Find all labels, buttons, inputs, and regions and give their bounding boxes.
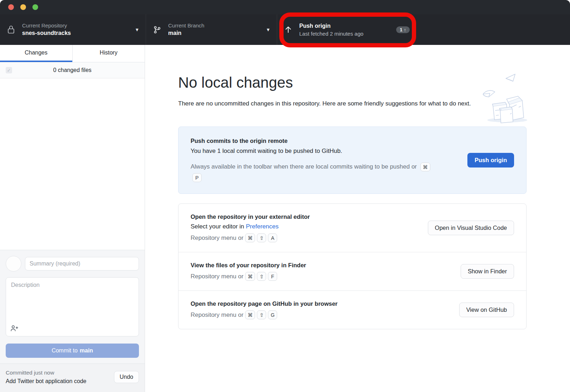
last-fetched-text: Last fetched 2 minutes ago	[299, 30, 396, 37]
undo-commit-bar: Committed just now Add Twitter bot appli…	[0, 363, 145, 392]
push-origin-toolbar-button[interactable]: Push origin Last fetched 2 minutes ago 1…	[277, 14, 416, 45]
keycap-cmd: ⌘	[245, 272, 255, 281]
add-coauthor-icon[interactable]	[10, 325, 18, 333]
suggestion-title: Open the repository in your external edi…	[191, 213, 310, 220]
keycap-p: P	[192, 173, 202, 182]
window-controls	[8, 4, 38, 10]
open-in-vscode-button[interactable]: Open in Visual Studio Code	[428, 221, 514, 235]
tab-changes[interactable]: Changes	[0, 45, 72, 62]
commit-branch-name: main	[80, 347, 93, 354]
commit-status-text: Committed just now	[6, 368, 87, 377]
lock-icon	[6, 25, 16, 35]
close-window-button[interactable]	[8, 4, 14, 10]
zoom-window-button[interactable]	[32, 4, 38, 10]
repository-label: Current Repository	[22, 22, 132, 29]
push-commits-callout: Push commits to the origin remote You ha…	[178, 127, 527, 194]
suggestions-list: Open the repository in your external edi…	[178, 203, 527, 329]
keycap-a: A	[268, 233, 277, 242]
commit-form: Commit to main	[0, 250, 145, 363]
suggestion-open-editor: Open the repository in your external edi…	[178, 204, 526, 252]
app-window: Current Repository snes-soundtracks ▼ Cu…	[0, 0, 570, 392]
keycap-cmd: ⌘	[420, 163, 430, 171]
content: Changes History ✓ 0 changed files	[0, 45, 570, 392]
changed-files-count: 0 changed files	[6, 67, 139, 73]
page-subtext: There are no uncommitted changes in this…	[178, 98, 477, 109]
keycap-shift: ⇧	[257, 233, 266, 242]
preferences-link[interactable]: Preferences	[246, 223, 279, 230]
sidebar: Changes History ✓ 0 changed files	[0, 45, 145, 392]
chevron-down-icon: ▼	[135, 27, 139, 32]
last-commit-message: Add Twitter bot application code	[6, 377, 87, 386]
current-repository-dropdown[interactable]: Current Repository snes-soundtracks ▼	[0, 14, 146, 45]
toolbar: Current Repository snes-soundtracks ▼ Cu…	[0, 14, 570, 45]
keycap-cmd: ⌘	[245, 233, 255, 242]
tab-history[interactable]: History	[72, 45, 145, 62]
callout-hint: Always available in the toolbar when the…	[191, 161, 436, 183]
show-in-finder-button[interactable]: Show in Finder	[461, 264, 514, 279]
callout-body: You have 1 local commit waiting to be pu…	[191, 148, 436, 155]
changed-files-header: ✓ 0 changed files	[0, 62, 145, 78]
badge-arrow-up-icon: ↑	[404, 27, 406, 32]
chevron-down-icon: ▼	[266, 27, 270, 32]
keycap-shift: ⇧	[257, 310, 266, 319]
suggestion-title: View the files of your repository in Fin…	[191, 262, 306, 269]
avatar	[6, 256, 21, 272]
keycap-shift: ⇧	[257, 272, 266, 281]
commit-description-input[interactable]	[6, 278, 139, 336]
main-panel: No local changes There are no uncommitte…	[145, 45, 570, 392]
branch-name: main	[168, 29, 263, 37]
commit-to-main-button[interactable]: Commit to main	[6, 344, 139, 358]
suggestion-title: Open the repository page on GitHub in yo…	[191, 300, 338, 307]
arrow-up-icon	[284, 25, 293, 34]
undo-button[interactable]: Undo	[114, 371, 139, 383]
commit-summary-input[interactable]	[25, 257, 139, 270]
git-branch-icon	[152, 25, 162, 35]
suggestion-view-github: Open the repository page on GitHub in yo…	[178, 290, 526, 329]
push-origin-title: Push origin	[299, 22, 396, 30]
minimize-window-button[interactable]	[20, 4, 26, 10]
callout-title: Push commits to the origin remote	[191, 138, 436, 144]
changes-file-list	[0, 78, 145, 250]
paper-stack-illustration	[478, 71, 532, 124]
keycap-cmd: ⌘	[245, 310, 255, 319]
suggestion-show-finder: View the files of your repository in Fin…	[178, 252, 526, 290]
repository-name: snes-soundtracks	[22, 29, 132, 37]
keycap-f: F	[268, 272, 277, 281]
push-count-badge: 1 ↑	[396, 26, 410, 33]
branch-label: Current Branch	[168, 22, 263, 29]
keycap-g: G	[268, 310, 277, 319]
titlebar	[0, 0, 570, 14]
current-branch-dropdown[interactable]: Current Branch main ▼	[146, 14, 277, 45]
view-on-github-button[interactable]: View on GitHub	[459, 303, 514, 317]
sidebar-tabs: Changes History	[0, 45, 145, 62]
push-origin-button[interactable]: Push origin	[467, 153, 514, 167]
